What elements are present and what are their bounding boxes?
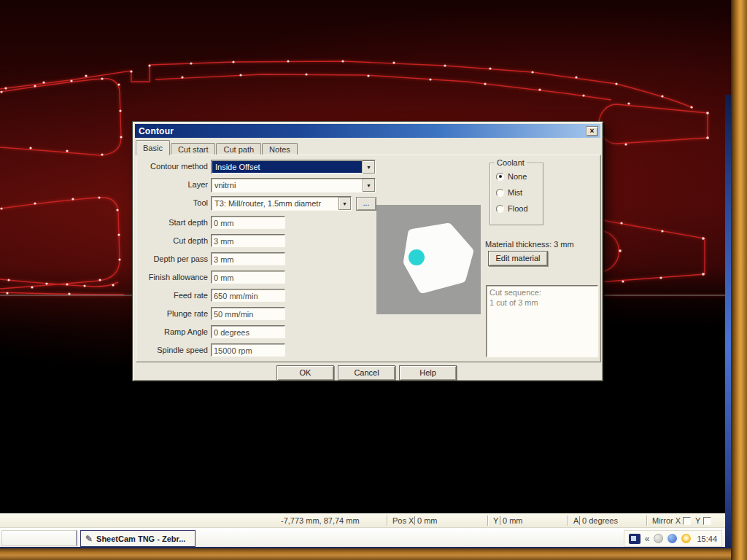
tab-notes[interactable]: Notes: [262, 143, 298, 155]
monitor-bezel-bottom: [0, 548, 747, 560]
close-button[interactable]: ×: [586, 126, 598, 136]
taskbar-clock[interactable]: 15:44: [695, 534, 717, 543]
contour-method-label: Contour method: [141, 162, 208, 171]
dialog-titlebar[interactable]: Contour ×: [135, 124, 600, 138]
toolpath-preview: [376, 205, 481, 314]
tray-app-icon[interactable]: [629, 534, 640, 544]
contour-dialog: Contour × Basic Cut start Cut path Notes…: [132, 121, 603, 381]
cut-sequence-line: 1 cut of 3 mm: [489, 298, 595, 308]
tool-combo[interactable]: T3: Mill/router, 1.5mm diametr ▼: [211, 196, 352, 211]
layer-combo[interactable]: vnitrni ▼: [211, 178, 376, 192]
pos-y-label: Y: [493, 516, 498, 525]
monitor-bezel-right: [731, 0, 747, 560]
divider: [579, 516, 580, 525]
edit-material-button[interactable]: Edit material: [488, 251, 548, 266]
coolant-none-option[interactable]: None: [496, 172, 527, 181]
plunge-rate-label: Plunge rate: [141, 309, 208, 318]
layer-value: vnitrni: [212, 181, 363, 190]
radio-selected-icon[interactable]: [496, 173, 504, 181]
divider: [568, 516, 569, 526]
tray-orange-icon[interactable]: [681, 534, 691, 543]
spindle-speed-input[interactable]: [211, 343, 285, 357]
tray-gray-icon[interactable]: [654, 534, 663, 543]
dialog-title: Contour: [135, 126, 174, 136]
taskbar: ✎ SheetCam TNG - Zebr... « 15:44: [0, 527, 725, 548]
sheetcam-app-icon: ✎: [85, 534, 93, 544]
plunge-rate-input[interactable]: [211, 307, 285, 320]
depth-per-pass-label: Depth per pass: [141, 254, 208, 263]
layer-label: Layer: [141, 180, 208, 189]
divider: [387, 516, 388, 526]
chevron-down-icon[interactable]: ▼: [338, 197, 351, 210]
cut-depth-input[interactable]: [211, 234, 285, 247]
cut-sequence-title: Cut sequence:: [489, 287, 595, 298]
depth-per-pass-input[interactable]: [211, 252, 285, 265]
contour-method-value: Inside Offset: [212, 161, 362, 173]
tray-chevron-icon[interactable]: «: [645, 534, 650, 544]
quick-launch-area[interactable]: [1, 530, 77, 546]
tab-cut-start[interactable]: Cut start: [171, 143, 216, 155]
tab-basic[interactable]: Basic: [136, 140, 170, 155]
cut-sequence-box: Cut sequence: 1 cut of 3 mm: [486, 285, 598, 357]
tab-cut-path[interactable]: Cut path: [216, 143, 261, 155]
radio-icon[interactable]: [496, 189, 504, 197]
spindle-speed-label: Spindle speed: [141, 346, 208, 354]
ok-button[interactable]: OK: [276, 365, 334, 381]
tray-network-icon[interactable]: [667, 534, 677, 543]
divider: [487, 516, 489, 526]
mirror-x-checkbox[interactable]: [683, 517, 691, 525]
divider: [500, 516, 500, 525]
cursor-coordinates: -7,773 mm, 87,74 mm: [281, 516, 360, 525]
pos-x-value: 0 mm: [417, 516, 438, 525]
close-icon: ×: [590, 127, 595, 135]
taskbar-button-sheetcam[interactable]: ✎ SheetCam TNG - Zebr...: [80, 530, 196, 547]
divider: [414, 516, 415, 525]
pos-a-label: A: [573, 516, 578, 525]
tab-strip: Basic Cut start Cut path Notes: [136, 140, 298, 155]
finish-allowance-label: Finish allowance: [141, 273, 208, 281]
tool-value: T3: Mill/router, 1.5mm diametr: [212, 199, 338, 208]
cut-depth-label: Cut depth: [141, 236, 208, 245]
radio-icon[interactable]: [496, 205, 504, 213]
pos-x-label: Pos X: [392, 516, 414, 525]
taskbar-button-label: SheetCam TNG - Zebr...: [96, 534, 185, 543]
ramp-angle-input[interactable]: [211, 325, 285, 338]
coolant-none-label: None: [508, 172, 527, 181]
system-tray: « 15:44: [624, 530, 722, 547]
cancel-button[interactable]: Cancel: [338, 365, 395, 381]
divider: [646, 516, 648, 526]
feed-rate-input[interactable]: [211, 289, 285, 302]
start-depth-label: Start depth: [141, 218, 208, 227]
finish-allowance-input[interactable]: [211, 271, 285, 284]
material-thickness-text: Material thickness: 3 mm: [485, 240, 574, 249]
coolant-mist-option[interactable]: Mist: [496, 188, 522, 197]
contour-method-combo[interactable]: Inside Offset ▼: [211, 160, 376, 174]
coolant-flood-option[interactable]: Flood: [496, 204, 528, 213]
chevron-down-icon[interactable]: ▼: [363, 160, 375, 174]
coolant-group: Coolant None Mist Flood: [489, 163, 543, 225]
mirror-x-label: Mirror X: [652, 516, 681, 525]
pos-y-value: 0 mm: [503, 516, 523, 525]
pos-a-value: 0 degrees: [582, 516, 618, 525]
coolant-mist-label: Mist: [508, 188, 522, 197]
ramp-angle-label: Ramp Angle: [141, 327, 208, 336]
status-bar: -7,773 mm, 87,74 mm Pos X 0 mm Y 0 mm A …: [0, 513, 725, 527]
start-depth-input[interactable]: [211, 216, 285, 229]
mirror-y-checkbox[interactable]: [703, 517, 711, 525]
coolant-legend: Coolant: [495, 158, 527, 167]
chevron-down-icon[interactable]: ▼: [363, 179, 375, 192]
help-button[interactable]: Help: [399, 365, 457, 381]
feed-rate-label: Feed rate: [141, 291, 208, 300]
basic-tab-panel: Contour method Inside Offset ▼ Layer vni…: [136, 155, 601, 362]
tool-browse-button[interactable]: ...: [356, 197, 376, 211]
coolant-flood-label: Flood: [508, 204, 528, 213]
preview-cut-start-dot: [409, 249, 425, 265]
mirror-y-label: Y: [695, 516, 700, 525]
tool-label: Tool: [141, 198, 208, 207]
screen-edge: [725, 95, 731, 548]
